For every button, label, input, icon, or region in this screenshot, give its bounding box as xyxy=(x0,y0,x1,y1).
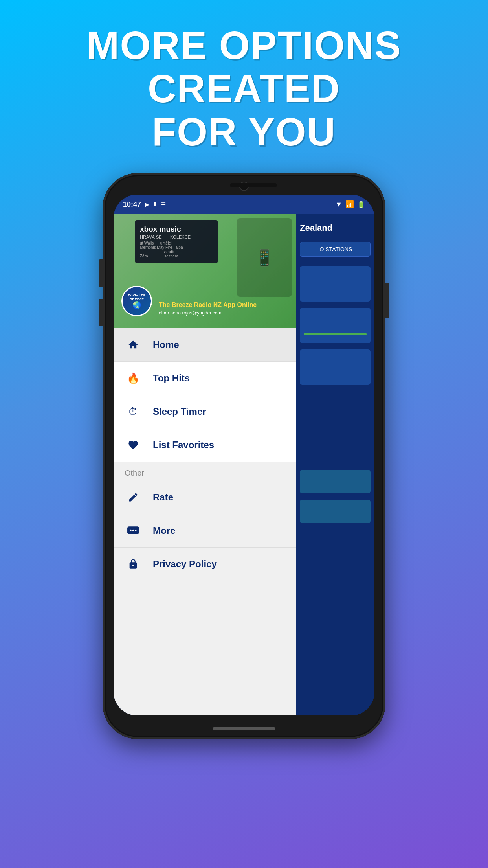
phone-screen: 10:47 ▶ ⬇ ☰ ▼ 📶 🔋 xbox xyxy=(114,195,374,715)
menu-item-rate[interactable]: Rate xyxy=(114,481,296,514)
menu-label-list-favorites: List Favorites xyxy=(153,440,214,451)
svg-point-3 xyxy=(135,530,136,531)
headline-line1: MORE OPTIONS CREATED xyxy=(24,24,464,110)
banner-text: The Breeze Radio NZ App Online elber.pen… xyxy=(159,302,292,316)
xbox-music-subtitle: HRÁVÁ SE KOLEKCE xyxy=(140,235,213,239)
xbox-music-card: xbox music HRÁVÁ SE KOLEKCE ut Walls umě… xyxy=(135,220,218,263)
menu-label-rate: Rate xyxy=(153,492,173,503)
play-icon: ▶ xyxy=(145,202,149,208)
status-bar: 10:47 ▶ ⬇ ☰ ▼ 📶 🔋 xyxy=(114,195,374,214)
fire-icon: 🔥 xyxy=(125,370,142,387)
svg-point-1 xyxy=(130,530,131,531)
menu-label-top-hits: Top Hits xyxy=(153,373,190,384)
status-time: 10:47 xyxy=(123,200,141,209)
menu-icon: ☰ xyxy=(161,202,166,208)
right-panel: Zealand IO STATIONS xyxy=(296,214,374,715)
menu-item-privacy-policy[interactable]: Privacy Policy xyxy=(114,548,296,581)
status-right: ▼ 📶 🔋 xyxy=(335,200,365,209)
xbox-music-title: xbox music xyxy=(140,225,213,234)
status-left: 10:47 ▶ ⬇ ☰ xyxy=(123,200,166,209)
other-section: Other Rate More xyxy=(114,462,296,715)
speaker xyxy=(230,183,277,187)
pencil-icon xyxy=(125,489,142,506)
lock-icon xyxy=(125,555,142,573)
menu-item-home[interactable]: Home xyxy=(114,328,296,362)
radio-logo-line1: RADIO THE xyxy=(128,293,145,297)
radio-logo-line2: BREEZE xyxy=(130,297,144,301)
home-icon xyxy=(125,336,142,353)
menu-label-home: Home xyxy=(153,339,179,350)
right-panel-header: Zealand xyxy=(300,221,371,235)
headline: MORE OPTIONS CREATED FOR YOU xyxy=(0,24,488,153)
banner-title: The Breeze Radio NZ App Online xyxy=(159,302,292,309)
phone-device: 10:47 ▶ ⬇ ☰ ▼ 📶 🔋 xbox xyxy=(103,173,385,739)
drawer-panel: xbox music HRÁVÁ SE KOLEKCE ut Walls umě… xyxy=(114,214,296,715)
radio-stations-button[interactable]: IO STATIONS xyxy=(300,242,371,257)
menu-item-sleep-timer[interactable]: ⏱ Sleep Timer xyxy=(114,395,296,428)
volume-down-button[interactable] xyxy=(99,299,103,326)
menu-item-top-hits[interactable]: 🔥 Top Hits xyxy=(114,362,296,395)
battery-icon: 🔋 xyxy=(357,201,365,208)
wifi-icon: ▼ xyxy=(335,200,342,209)
headline-line2: FOR YOU xyxy=(24,110,464,153)
power-button[interactable] xyxy=(385,283,389,318)
menu-label-sleep-timer: Sleep Timer xyxy=(153,406,206,417)
chat-icon xyxy=(125,522,142,539)
svg-point-2 xyxy=(132,530,134,531)
menu-label-more: More xyxy=(153,525,175,536)
radio-logo: RADIO THE BREEZE 🌏 xyxy=(121,286,152,316)
download-icon: ⬇ xyxy=(153,202,157,208)
timer-icon: ⏱ xyxy=(125,403,142,420)
banner-email: elber.pena.rojas@yagder.com xyxy=(159,310,292,316)
menu-item-list-favorites[interactable]: List Favorites xyxy=(114,428,296,462)
banner-area: xbox music HRÁVÁ SE KOLEKCE ut Walls umě… xyxy=(114,214,296,328)
volume-up-button[interactable] xyxy=(99,259,103,287)
heart-icon xyxy=(125,436,142,454)
home-indicator[interactable] xyxy=(213,727,275,730)
menu-label-privacy-policy: Privacy Policy xyxy=(153,559,217,570)
other-section-header: Other xyxy=(114,462,296,481)
hand-phone-visual: 📱 xyxy=(237,218,292,297)
signal-icon: 📶 xyxy=(345,200,354,209)
primary-menu: Home 🔥 Top Hits ⏱ Sleep Timer xyxy=(114,328,296,462)
menu-item-more[interactable]: More xyxy=(114,514,296,548)
